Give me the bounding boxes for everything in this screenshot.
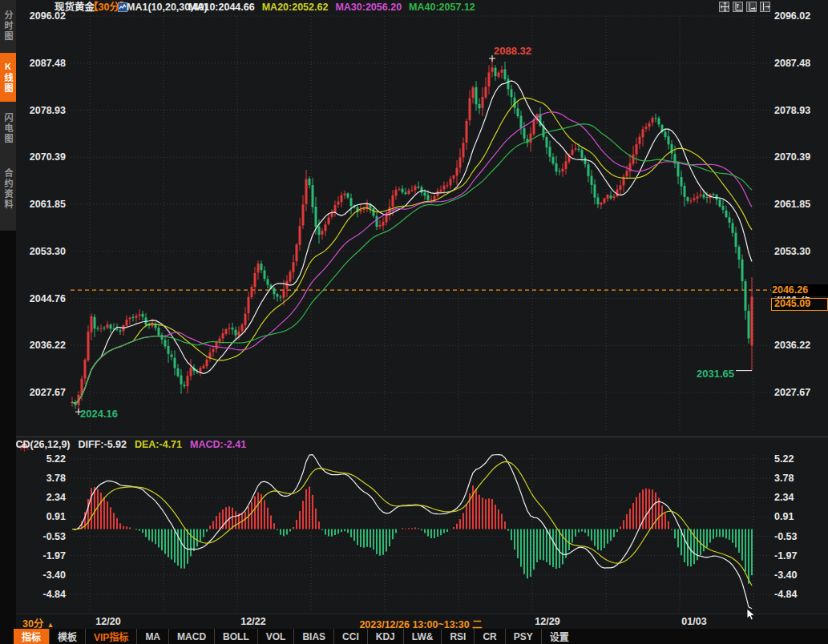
toolbar-tab-模板[interactable]: 模板 (49, 629, 85, 644)
sidebar-tab-4[interactable]: 合约资料 (0, 157, 16, 221)
time-tick-1: 12/20 (95, 616, 120, 627)
time-tick-4: 12/29 (535, 616, 559, 627)
macd-macd-value: MACD:-2.41 (190, 439, 246, 450)
chart-tool-buttons (719, 2, 770, 12)
low-price-marker: 2024.16 (80, 408, 118, 420)
ma-value-4: MA40:2057.12 (409, 2, 475, 13)
dashed-price-label: 2046.26 (772, 284, 828, 296)
toolbar-tab-CR[interactable]: CR (474, 629, 504, 644)
toolbar-tab-MA[interactable]: MA (136, 629, 168, 644)
last-price-label: 2045.09 (771, 298, 828, 311)
time-axis-row: 30分▲ 12/2012/222023/12/26 13:00~13:30 二1… (16, 614, 828, 630)
scale-y-icon (733, 2, 742, 12)
ma-value-2: MA20:2052.62 (262, 2, 329, 13)
indicator-toolbar: 指标模板VIP指标MAMACDBOLLVOLBIASCCIKDJLW&RSICR… (0, 629, 828, 644)
last-low-marker: 2031.65 (697, 368, 734, 380)
pan-right-button[interactable] (760, 2, 770, 12)
mouse-cursor (746, 609, 756, 622)
sidebar-tab-3[interactable]: 闪电图 (0, 105, 16, 151)
sidebar-tab-2[interactable]: K线图 (0, 53, 16, 102)
macd-diff-value: DIFF:-5.92 (79, 439, 127, 450)
ma-value-3: MA30:2056.20 (335, 2, 402, 13)
scale-x-icon (747, 2, 756, 12)
toolbar-tab-KDJ[interactable]: KDJ (367, 629, 403, 644)
sidebar: 分时图K线图闪电图合约资料 (0, 0, 16, 644)
time-tick-2: 12/22 (240, 616, 265, 627)
macd-dea-value: DEA:-4.71 (135, 439, 182, 450)
macd-header: MACD(26,12,9)DIFF:-5.92DEA:-4.71MACD:-2.… (0, 439, 254, 453)
trading-app: 分时图K线图闪电图合约资料 现货黄金 【30分】 MA1(10,20,30,40… (0, 0, 828, 644)
period-arrow-icon: ▲ (46, 621, 54, 629)
scale-x-button[interactable] (746, 2, 757, 12)
toolbar-tab-PSY[interactable]: PSY (505, 629, 541, 644)
kline-chart-canvas[interactable] (0, 0, 828, 644)
ma-values: MA10:2044.66MA20:2052.62MA30:2056.20MA40… (188, 0, 483, 15)
toolbar-tab-VOL[interactable]: VOL (257, 629, 294, 644)
move-tool-button[interactable] (719, 2, 729, 12)
toolbar-tab-BOLL[interactable]: BOLL (214, 629, 257, 644)
high-price-marker: 2088.32 (494, 45, 531, 57)
pan-right-icon (761, 2, 769, 12)
sidebar-tab-1[interactable]: 分时图 (0, 2, 16, 50)
toolbar-tab-settings[interactable]: 设置 (541, 629, 577, 644)
toolbar-tab-VIP指标[interactable]: VIP指标 (85, 629, 136, 644)
time-tick-5: 01/03 (681, 616, 706, 627)
toolbar-tab-RSI[interactable]: RSI (441, 629, 474, 644)
toolbar-tab-MACD[interactable]: MACD (168, 629, 214, 644)
chart-header: 现货黄金 【30分】 MA1(10,20,30,40) MA10:2044.66… (16, 0, 828, 16)
toolbar-tab-指标[interactable]: 指标 (14, 629, 49, 644)
toolbar-tab-CCI[interactable]: CCI (333, 629, 367, 644)
toolbar-tab-BIAS[interactable]: BIAS (293, 629, 333, 644)
scale-y-button[interactable] (733, 2, 743, 12)
move-tool-icon (720, 2, 729, 12)
ma-value-1: MA10:2044.66 (188, 2, 255, 13)
toolbar-tab-LW&[interactable]: LW& (403, 629, 442, 644)
